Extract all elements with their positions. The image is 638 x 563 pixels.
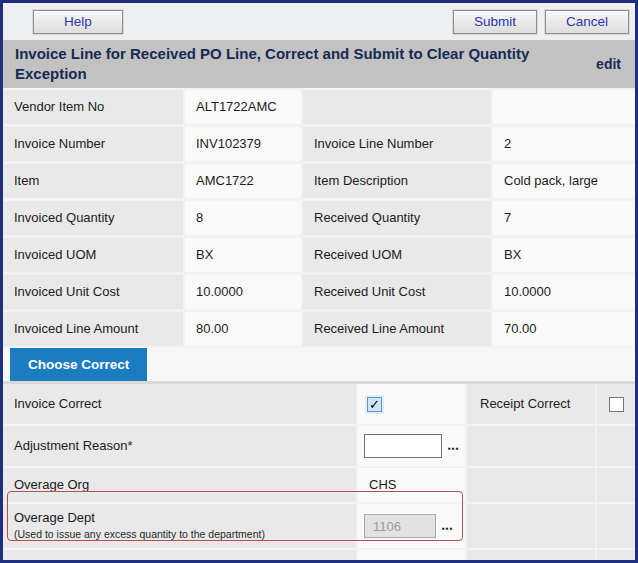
filler-cell: [597, 550, 635, 560]
field-value: BX: [185, 238, 301, 272]
tab-strip: Choose Correct: [3, 348, 635, 384]
receipt-correct-checkbox[interactable]: [609, 397, 624, 412]
field-label: Received UOM: [303, 238, 491, 272]
empty-cell: [597, 426, 635, 466]
empty-cell: [467, 426, 595, 466]
receipt-correct-cell: [597, 384, 635, 424]
empty-cell: [597, 468, 635, 502]
field-label: Received Quantity: [303, 201, 491, 235]
cancel-button[interactable]: Cancel: [545, 10, 629, 34]
field-value: 8: [185, 201, 301, 235]
help-button[interactable]: Help: [33, 10, 123, 34]
overage-dept-note: (Used to issue any excess quantity to th…: [14, 528, 356, 541]
overage-org-label: Overage Org: [3, 468, 356, 502]
field-value: 10.0000: [493, 275, 635, 309]
field-value: ALT1722AMC: [185, 90, 301, 124]
field-label: Received Unit Cost: [303, 275, 491, 309]
field-label: Invoice Number: [3, 127, 183, 161]
field-label: Invoiced Line Amount: [3, 312, 183, 346]
field-value: [493, 90, 635, 124]
adjustment-reason-label: Adjustment Reason*: [3, 426, 356, 466]
field-value: 2: [493, 127, 635, 161]
empty-cell: [467, 468, 595, 502]
field-value: Cold pack, large: [493, 164, 635, 198]
field-label: Invoiced UOM: [3, 238, 183, 272]
invoice-detail-table: Vendor Item No ALT1722AMC Invoice Number…: [3, 90, 635, 346]
field-value: 7: [493, 201, 635, 235]
edit-link[interactable]: edit: [596, 56, 621, 72]
correct-section-table: Invoice Correct ✓ Receipt Correct Adjust…: [3, 384, 635, 560]
checkmark-icon: ✓: [369, 397, 380, 412]
empty-cell: [467, 504, 595, 548]
toolbar: Help Submit Cancel: [3, 3, 635, 40]
overage-org-value: CHS: [358, 468, 465, 502]
submit-button[interactable]: Submit: [453, 10, 537, 34]
tab-choose-correct[interactable]: Choose Correct: [10, 348, 147, 381]
filler-cell: [3, 550, 356, 560]
adjustment-reason-cell: ▪▪▪: [358, 426, 465, 466]
field-label: Invoice Line Number: [303, 127, 491, 161]
receipt-correct-label: Receipt Correct: [467, 384, 595, 424]
field-label: Vendor Item No: [3, 90, 183, 124]
field-label: [303, 90, 491, 124]
overage-dept-label-text: Overage Dept: [14, 510, 95, 525]
field-label: Invoiced Unit Cost: [3, 275, 183, 309]
overage-dept-picker-ellipsis-icon[interactable]: ▪▪▪: [442, 518, 454, 534]
section-header: Invoice Line for Received PO Line, Corre…: [3, 40, 635, 88]
overage-dept-cell: ▪▪▪: [358, 504, 465, 548]
overage-dept-input: [364, 514, 436, 538]
adjustment-reason-picker-ellipsis-icon[interactable]: ▪▪▪: [448, 438, 460, 454]
field-label: Received Line Amount: [303, 312, 491, 346]
filler-cell: [358, 550, 465, 560]
field-value: 70.00: [493, 312, 635, 346]
field-value: INV102379: [185, 127, 301, 161]
invoice-line-page: Help Submit Cancel Invoice Line for Rece…: [0, 0, 638, 563]
field-label: Item Description: [303, 164, 491, 198]
field-value: AMC1722: [185, 164, 301, 198]
invoice-correct-checkbox[interactable]: ✓: [367, 397, 382, 412]
field-label: Invoiced Quantity: [3, 201, 183, 235]
invoice-correct-cell: ✓: [358, 384, 465, 424]
filler-cell: [467, 550, 595, 560]
overage-dept-label: Overage Dept (Used to issue any excess q…: [3, 504, 356, 548]
field-value: 10.0000: [185, 275, 301, 309]
field-label: Item: [3, 164, 183, 198]
field-value: BX: [493, 238, 635, 272]
invoice-correct-label: Invoice Correct: [3, 384, 356, 424]
empty-cell: [597, 504, 635, 548]
adjustment-reason-input[interactable]: [364, 434, 442, 458]
field-value: 80.00: [185, 312, 301, 346]
page-title: Invoice Line for Received PO Line, Corre…: [15, 44, 560, 85]
